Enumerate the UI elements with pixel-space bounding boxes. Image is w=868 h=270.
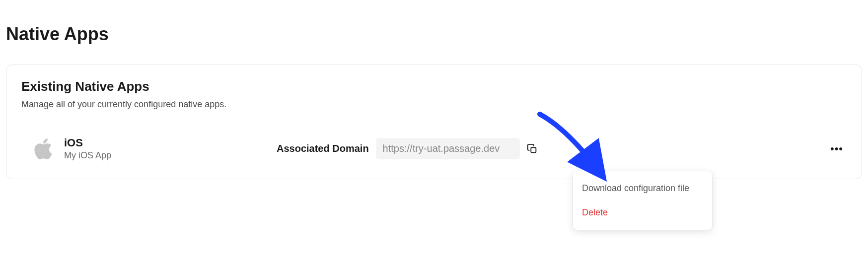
more-icon: ••• <box>830 142 843 155</box>
associated-domain-input[interactable] <box>376 138 520 159</box>
card-title: Existing Native Apps <box>21 79 847 94</box>
page-title: Native Apps <box>0 0 868 45</box>
card-subtitle: Manage all of your currently configured … <box>21 99 847 110</box>
app-options-menu: Download configuration file Delete <box>573 171 712 230</box>
apple-icon <box>33 137 53 161</box>
app-platform: iOS <box>64 136 111 149</box>
svg-rect-0 <box>531 147 536 152</box>
copy-icon[interactable] <box>527 143 538 154</box>
associated-domain-label: Associated Domain <box>277 143 369 154</box>
app-row: iOS My iOS App Associated Domain ••• <box>21 136 847 161</box>
delete-menu-item[interactable]: Delete <box>573 202 712 223</box>
more-options-button[interactable]: ••• <box>827 139 847 159</box>
app-info: iOS My iOS App <box>64 136 111 161</box>
associated-domain-section: Associated Domain <box>277 138 538 159</box>
app-info-block: iOS My iOS App <box>33 136 111 161</box>
download-config-menu-item[interactable]: Download configuration file <box>573 178 712 199</box>
native-apps-card: Existing Native Apps Manage all of your … <box>6 65 862 179</box>
app-name: My iOS App <box>64 150 111 161</box>
